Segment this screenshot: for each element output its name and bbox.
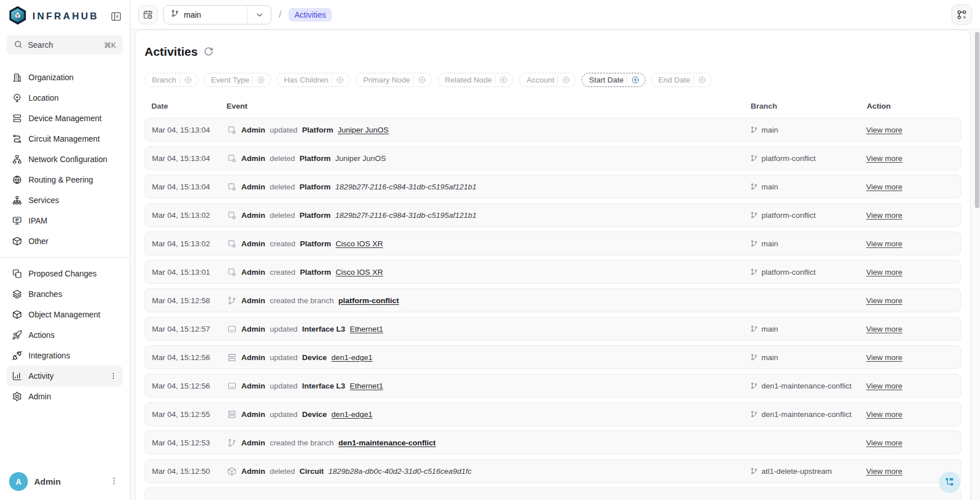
chevron-down-icon	[247, 6, 271, 24]
avatar[interactable]: A	[9, 472, 28, 491]
breadcrumb-activities[interactable]: Activities	[289, 8, 331, 22]
filter-chip-related-node[interactable]: Related Node	[438, 73, 514, 87]
view-more-link[interactable]: View more	[866, 268, 903, 276]
table-row[interactable]: Mar 04, 15:12:50AdmindeletedCircuit1829b…	[145, 459, 961, 483]
row-action: View more	[866, 296, 954, 305]
sidebar-item-device-management[interactable]: Device Management	[7, 108, 123, 129]
view-more-link[interactable]: View more	[866, 439, 903, 447]
event-object-name[interactable]: Juniper JunOS	[338, 126, 389, 134]
view-more-link[interactable]: View more	[866, 382, 903, 390]
event-account: Admin	[241, 296, 265, 305]
sidebar-item-organization[interactable]: Organization	[7, 67, 123, 88]
event-object-name[interactable]: den1-edge1	[331, 353, 372, 362]
view-more-link[interactable]: View more	[866, 211, 903, 220]
add-filter-icon[interactable]	[180, 73, 197, 86]
table-row[interactable]: Mar 04, 15:12:56AdminupdatedInterface L3…	[145, 374, 961, 398]
filter-chip-account[interactable]: Account	[519, 73, 576, 87]
view-more-link[interactable]: View more	[866, 325, 903, 333]
sidebar-item-proposed-changes[interactable]: Proposed Changes	[7, 263, 123, 284]
sidebar-item-admin[interactable]: Admin	[7, 386, 123, 407]
time-travel-button[interactable]	[138, 5, 158, 24]
row-branch: main	[750, 325, 862, 333]
event-object-name[interactable]: platform-conflict	[339, 296, 400, 305]
view-more-link[interactable]: View more	[866, 239, 903, 248]
table-row[interactable]: Mar 04, 15:12:58Admincreated the branchp…	[145, 288, 961, 312]
sidebar-item-other[interactable]: Other	[7, 231, 123, 251]
row-date: Mar 04, 15:12:56	[152, 382, 223, 390]
view-more-link[interactable]: View more	[866, 126, 903, 134]
search-input[interactable]: Search ⌘K	[7, 35, 123, 55]
filter-chip-branch[interactable]: Branch	[145, 73, 198, 87]
row-action: View more	[866, 439, 954, 447]
sidebar-item-network-configuration[interactable]: Network Configuration	[7, 149, 123, 170]
sidebar-item-label: Actions	[28, 330, 55, 340]
tree-widget-button[interactable]	[939, 472, 961, 493]
filter-chip-primary-node[interactable]: Primary Node	[356, 73, 432, 87]
add-filter-icon[interactable]	[332, 73, 349, 86]
sidebar-item-integrations[interactable]: Integrations	[7, 345, 123, 366]
add-filter-icon[interactable]	[414, 73, 431, 86]
row-action: View more	[866, 126, 954, 134]
view-more-link[interactable]: View more	[866, 410, 903, 419]
event-object-name[interactable]: Cisco IOS XR	[336, 239, 383, 248]
view-more-link[interactable]: View more	[866, 154, 903, 163]
row-branch: main	[750, 239, 862, 248]
sidebar-item-label: Admin	[28, 392, 51, 401]
branch-selector-value: main	[164, 9, 247, 20]
event-verb: updated	[270, 353, 298, 362]
refresh-icon[interactable]	[204, 47, 214, 57]
kebab-menu-icon[interactable]	[109, 371, 118, 381]
table-row[interactable]: Mar 04, 15:13:01AdmincreatedPlatformCisc…	[145, 260, 961, 284]
filter-chip-event-type[interactable]: Event Type	[204, 73, 271, 87]
sidebar-collapse-button[interactable]	[108, 9, 124, 24]
add-filter-icon[interactable]	[558, 73, 575, 86]
sidebar-item-branches[interactable]: Branches	[7, 284, 123, 304]
sidebar-item-ipam[interactable]: IPIPAM	[7, 210, 123, 231]
view-more-link[interactable]: View more	[866, 296, 903, 305]
add-filter-icon[interactable]	[627, 73, 645, 86]
event-object-type: Circuit	[299, 467, 324, 476]
table-row[interactable]: Mar 04, 15:13:02AdmindeletedPlatform1829…	[145, 203, 961, 227]
sidebar-item-location[interactable]: Location	[7, 88, 123, 108]
scrollbar-thumb[interactable]	[975, 32, 979, 208]
table-row[interactable]: Mar 04, 15:12:55AdminupdatedDeviceden1-e…	[145, 402, 961, 426]
table-row[interactable]: Mar 04, 15:12:56AdminupdatedDeviceden1-e…	[145, 345, 961, 369]
event-account: Admin	[241, 382, 265, 390]
schema-graph-button[interactable]	[952, 5, 972, 25]
add-filter-icon[interactable]	[253, 73, 270, 86]
add-filter-icon[interactable]	[495, 73, 513, 86]
table-row[interactable]: Mar 04, 15:13:04AdminupdatedPlatformJuni…	[145, 118, 961, 142]
view-more-link[interactable]: View more	[866, 353, 903, 362]
table-row[interactable]: Mar 04, 15:13:02AdmincreatedPlatformCisc…	[145, 232, 961, 255]
interface-icon	[227, 324, 237, 334]
event-object-name[interactable]: Ethernet1	[350, 325, 384, 333]
event-object-name[interactable]: Cisco IOS XR	[336, 268, 383, 276]
sidebar-item-activity[interactable]: Activity	[7, 366, 123, 386]
user-menu-button[interactable]	[109, 476, 121, 487]
event-object-name: Juniper JunOS	[335, 154, 386, 163]
event-object-name[interactable]: den1-edge1	[331, 410, 372, 419]
branch-icon	[171, 9, 179, 20]
sidebar-item-circuit-management[interactable]: Circuit Management	[7, 129, 123, 149]
add-filter-icon[interactable]	[694, 73, 711, 86]
branch-selector[interactable]: main	[163, 5, 271, 24]
table-row[interactable]	[145, 487, 961, 500]
row-branch: main	[750, 183, 862, 191]
table-row[interactable]: Mar 04, 15:12:53Admincreated the branchd…	[145, 431, 961, 454]
filter-chip-start-date[interactable]: Start Date	[582, 73, 645, 87]
sidebar-item-object-management[interactable]: Object Management	[7, 304, 123, 325]
view-more-link[interactable]: View more	[866, 183, 903, 191]
filter-chip-has-children[interactable]: Has Children	[277, 73, 350, 87]
filter-chip-end-date[interactable]: End Date	[651, 73, 712, 87]
table-row[interactable]: Mar 04, 15:13:04AdmindeletedPlatform1829…	[145, 175, 961, 199]
sidebar-item-services[interactable]: Services	[7, 190, 123, 210]
sidebar-item-routing-peering[interactable]: Routing & Peering	[7, 170, 123, 190]
event-object-name[interactable]: den1-maintenance-conflict	[339, 439, 436, 447]
infrahub-logo[interactable]: INFRAHUB	[8, 6, 99, 27]
sidebar-item-actions[interactable]: Actions	[7, 325, 123, 345]
table-row[interactable]: Mar 04, 15:12:57AdminupdatedInterface L3…	[145, 317, 961, 341]
table-row[interactable]: Mar 04, 15:13:04AdmindeletedPlatformJuni…	[145, 146, 961, 170]
row-action: View more	[866, 239, 954, 248]
event-object-name[interactable]: Ethernet1	[350, 382, 384, 390]
view-more-link[interactable]: View more	[866, 467, 903, 476]
